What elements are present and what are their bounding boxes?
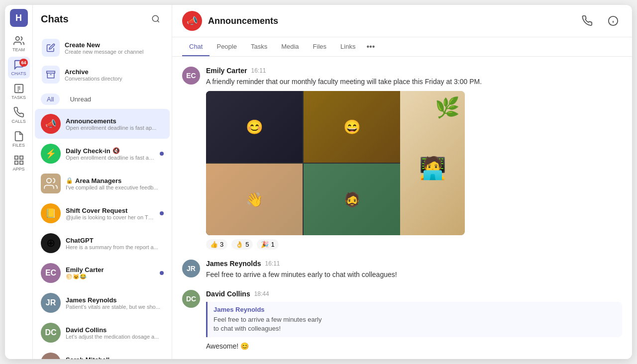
chat-name-daily-checkin: Daily Check-in 🔇 <box>66 147 155 155</box>
chat-item-area-managers[interactable]: 🔒 Area Managers I've compiled all the ex… <box>35 169 170 198</box>
sidebar-item-chats[interactable]: CHATS 64 <box>8 57 30 79</box>
chat-name-area-managers: 🔒 Area Managers <box>66 177 164 184</box>
sidebar-item-tasks[interactable]: TASKS <box>8 81 30 102</box>
chat-item-announcements[interactable]: 📣 Announcements Open enrollment deadline… <box>35 109 170 139</box>
reaction-party[interactable]: 🎉 1 <box>257 239 278 250</box>
more-tabs-button[interactable]: ••• <box>362 37 379 56</box>
chat-preview-announcements: Open enrollment deadline is fast ap... <box>66 125 164 131</box>
chat-item-shift-cover[interactable]: 📒 Shift Cover Request @julie is looking … <box>35 198 170 228</box>
chat-name-david-collins: David Collins <box>66 326 164 334</box>
unread-dot-daily <box>160 152 164 156</box>
files-label: FILES <box>12 143 25 148</box>
filter-all[interactable]: All <box>41 93 60 105</box>
team-label: TEAM <box>12 47 25 52</box>
reaction-ok[interactable]: 👌 5 <box>231 239 253 250</box>
chat-item-sarah-mitchell[interactable]: SM Sarah Mitchell Waiting for the lab re… <box>35 348 170 359</box>
chat-name-emily-carter: Emily Carter <box>66 266 155 273</box>
search-button[interactable] <box>148 11 164 27</box>
archive-button[interactable]: Archive Conversations directory <box>37 62 168 88</box>
chat-header: 📣 Announcements <box>172 5 632 37</box>
app-logo: H <box>10 9 28 27</box>
reaction-count-party: 1 <box>271 241 274 248</box>
tab-people[interactable]: People <box>210 38 243 56</box>
chat-name-announcements: Announcements <box>66 117 164 125</box>
tab-files[interactable]: Files <box>306 38 333 56</box>
channel-title: Announcements <box>208 16 278 26</box>
chat-preview-daily-checkin: Open enrollment deadline is fast ap... <box>66 155 155 161</box>
chat-preview-chatgpt: Here is a summary from the report a... <box>66 244 164 250</box>
msg-sender-emily: Emily Carter <box>206 67 247 75</box>
tab-tasks[interactable]: Tasks <box>244 38 274 56</box>
reaction-thumbsup[interactable]: 👍 3 <box>206 239 227 250</box>
phone-button[interactable] <box>578 12 596 30</box>
sidebar-item-team[interactable]: TEAM <box>8 33 30 55</box>
apps-label: APPS <box>12 167 24 172</box>
svg-line-10 <box>157 20 159 22</box>
sidebar-item-calls[interactable]: CALLS <box>8 104 30 126</box>
archive-icon <box>42 66 60 84</box>
message-james-reynolds: JR James Reynolds 16:11 Feel free to arr… <box>182 260 622 280</box>
archive-subtitle: Conversations directory <box>65 76 122 82</box>
video-cell-3: 👋 <box>206 164 303 235</box>
tab-media[interactable]: Media <box>274 38 306 56</box>
quoted-text: Feel free to arrive a few minutes earlyt… <box>213 315 616 333</box>
david-collins-avatar: DC <box>41 323 61 343</box>
msg-time-james: 16:11 <box>265 260 280 267</box>
daily-checkin-avatar: ⚡ <box>41 144 61 164</box>
sidebar-item-files[interactable]: FILES <box>8 128 30 150</box>
chat-name-chatgpt: ChatGPT <box>66 237 164 244</box>
create-new-button[interactable]: Create New Create new message or channel <box>37 35 168 61</box>
msg-time-emily: 16:11 <box>251 67 266 74</box>
video-grid: 😊 😄 👋 🧔 <box>206 91 400 235</box>
chat-list: 📣 Announcements Open enrollment deadline… <box>33 109 172 359</box>
chat-preview-david-collins: Let's adjust the medication dosage a... <box>66 334 164 340</box>
chat-preview-emily-carter: 🌕😺😂 <box>66 273 155 280</box>
tab-links[interactable]: Links <box>333 38 362 56</box>
sidebar-actions: Create New Create new message or channel… <box>33 33 172 91</box>
main-chat: 📣 Announcements C <box>172 5 632 359</box>
chat-tabs: Chat People Tasks Media Files Links ••• <box>172 37 632 57</box>
chat-preview-james-reynolds: Patient's vitals are stable, but we sho.… <box>66 304 164 310</box>
sidebar-title: Chats <box>41 13 69 25</box>
chat-item-david-collins[interactable]: DC David Collins Let's adjust the medica… <box>35 318 170 348</box>
svg-point-13 <box>47 179 51 183</box>
emily-carter-avatar: EC <box>41 263 61 283</box>
svg-point-9 <box>152 15 158 21</box>
msg-text-david: Awesome! 😊 <box>206 341 622 352</box>
sidebar-item-apps[interactable]: APPS <box>8 152 30 174</box>
tasks-label: TASKS <box>11 95 26 100</box>
msg-image-emily: 😊 😄 👋 🧔 <box>206 91 465 235</box>
chat-preview-shift-cover: @julie is looking to cover her on Th... <box>66 214 155 220</box>
chats-badge: 64 <box>19 59 27 67</box>
chat-item-daily-checkin[interactable]: ⚡ Daily Check-in 🔇 Open enrollment deadl… <box>35 139 170 169</box>
image-side-panel: 🌿 🧑‍💻 <box>400 91 465 235</box>
svg-rect-7 <box>14 161 17 164</box>
filter-unread[interactable]: Unread <box>64 93 97 105</box>
compose-icon <box>42 39 60 57</box>
icon-bar: H TEAM CHATS 64 <box>5 5 33 359</box>
svg-rect-5 <box>14 156 17 159</box>
sidebar-header: Chats <box>33 5 172 33</box>
reaction-count-thumbsup: 3 <box>220 241 223 248</box>
chat-item-chatgpt[interactable]: ⊕ ChatGPT Here is a summary from the rep… <box>35 228 170 258</box>
chat-name-shift-cover: Shift Cover Request <box>66 207 155 214</box>
message-emily-carter: EC Emily Carter 16:11 A friendly reminde… <box>182 67 622 250</box>
msg-sender-david: David Collins <box>206 290 250 298</box>
message-david-collins: DC David Collins 18:44 James Reynolds Fe… <box>182 290 622 352</box>
shift-cover-avatar: 📒 <box>41 203 61 223</box>
info-button[interactable] <box>604 12 622 30</box>
svg-rect-8 <box>19 161 22 164</box>
calls-label: CALLS <box>11 119 26 124</box>
msg-text-emily: A friendly reminder that our monthly fac… <box>206 77 622 87</box>
chat-name-sarah-mitchell: Sarah Mitchell <box>66 356 164 360</box>
msg-time-david: 18:44 <box>254 290 269 297</box>
msg-avatar-david: DC <box>182 290 200 308</box>
reaction-emoji-thumbsup: 👍 <box>210 241 218 248</box>
channel-icon: 📣 <box>182 11 202 31</box>
messages-area: EC Emily Carter 16:11 A friendly reminde… <box>172 57 632 359</box>
quoted-message: James Reynolds Feel free to arrive a few… <box>206 302 622 337</box>
tab-chat[interactable]: Chat <box>182 38 210 56</box>
chat-preview-area-managers: I've compiled all the executive feedb... <box>66 184 164 190</box>
chat-item-james-reynolds[interactable]: JR James Reynolds Patient's vitals are s… <box>35 288 170 318</box>
chat-item-emily-carter[interactable]: EC Emily Carter 🌕😺😂 <box>35 258 170 288</box>
